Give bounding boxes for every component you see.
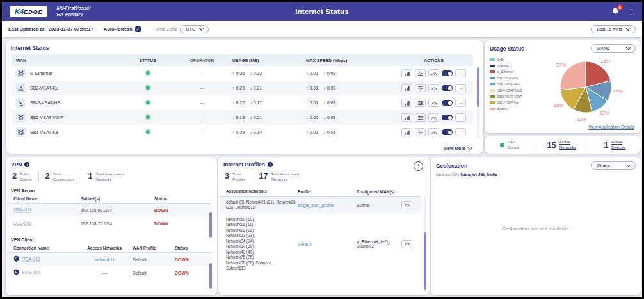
vpn-server-scrollbar[interactable] xyxy=(209,212,212,238)
kebab-menu-icon[interactable] xyxy=(627,8,634,15)
speed-test-button[interactable] xyxy=(428,84,439,92)
max-speed-cell: ↑0.01↓0.03 xyxy=(306,71,394,76)
client-name-link[interactable]: ITEA-016 xyxy=(13,207,32,213)
geolocation-panel: Geolocation Others Nearest City Nāngloi … xyxy=(431,157,641,295)
wan-details-arrow-button[interactable]: → xyxy=(455,69,466,77)
wan-icon-label: USB xyxy=(19,118,23,121)
legend-item[interactable]: Subnet xyxy=(490,107,522,111)
legend-item[interactable]: SB1-VSAT-Ka xyxy=(490,101,522,104)
brand-logo[interactable]: K4 EDGE xyxy=(10,6,47,17)
notifications-bell-icon[interactable]: 5 xyxy=(611,7,620,16)
wan-details-arrow-button[interactable]: → xyxy=(455,84,466,92)
usage-graph-button[interactable] xyxy=(401,113,412,122)
operator-cell: --- xyxy=(172,71,232,76)
active-devices-link[interactable]: Active Devices xyxy=(611,140,625,150)
profile-link[interactable]: single_wan_profile xyxy=(298,203,334,207)
chevron-down-icon xyxy=(468,145,472,150)
table-row: VSATSB1-VSAT-Ka---↑0.39↓0.14↑0.01↓0.01→ xyxy=(11,125,473,140)
profile-link[interactable]: Default xyxy=(298,242,312,246)
legend-item[interactable]: u_Ethernet xyxy=(490,70,522,74)
dashboard-root: Internet Status K4 EDGE MY-FirstVessel H… xyxy=(2,2,642,297)
legend-item[interactable]: SB2-VSAT-Ku xyxy=(490,76,522,80)
metric-value: 0.00 xyxy=(310,115,319,120)
stat-value: 2 xyxy=(12,172,17,182)
metric-value: 0.03 xyxy=(327,115,336,120)
arrow-down-icon: ↓ xyxy=(323,71,326,76)
configure-button[interactable] xyxy=(415,113,426,122)
wan-details-arrow-button[interactable]: → xyxy=(455,128,466,136)
speed-test-button[interactable] xyxy=(428,99,439,107)
status-cell: DOWN xyxy=(175,257,212,262)
usage-cell: ↑0.23↓0.21 xyxy=(232,86,306,90)
access-network-link[interactable]: Network11 xyxy=(94,257,115,262)
active-networks-link[interactable]: Active Networks xyxy=(559,140,576,150)
wan-icon-label: CELL xyxy=(18,89,24,92)
configure-button[interactable] xyxy=(415,99,426,107)
wan-name[interactable]: SB2-VSAT-Ku xyxy=(30,86,58,90)
arrow-up-icon: ↑ xyxy=(306,115,309,120)
nearest-city-value: Nāngloi Jāt, India xyxy=(460,172,497,177)
active-networks-count: 15 xyxy=(547,140,556,150)
client-name-link[interactable]: EOS-002 xyxy=(13,221,31,227)
auto-refresh-checkbox[interactable] xyxy=(135,26,141,32)
wan-enable-toggle[interactable] xyxy=(442,115,453,120)
metric-value: 0.03 xyxy=(327,71,336,76)
timezone-label: Time Zone xyxy=(155,26,178,32)
wan-details-arrow-button[interactable]: → xyxy=(455,99,466,107)
view-more-button[interactable]: View More xyxy=(444,146,472,150)
metric-value: 0.03 xyxy=(327,101,336,105)
pie-slice-label: 27% xyxy=(556,62,566,68)
wan-enable-toggle[interactable] xyxy=(442,85,453,91)
usage-graph-button[interactable] xyxy=(401,99,412,107)
pie-slice-label: 12% xyxy=(577,117,586,122)
legend-item[interactable]: SB5-VSAT-VOIP xyxy=(490,95,522,99)
info-icon[interactable] xyxy=(24,162,29,167)
expand-profiles-button[interactable]: › xyxy=(414,161,423,171)
metric-value: 0.18 xyxy=(236,115,245,120)
profile-speed-test-button[interactable] xyxy=(401,240,412,248)
view-application-details-link[interactable]: View Application Details xyxy=(588,125,634,129)
legend-item[interactable]: SB-4-VSAT-ULD xyxy=(490,88,522,92)
configure-button[interactable] xyxy=(415,128,426,136)
vpn-client-scrollbar[interactable] xyxy=(209,263,212,289)
geolocation-scope-select[interactable]: Others xyxy=(591,161,636,170)
table-scrollbar-thumb[interactable] xyxy=(477,67,479,107)
legend-item[interactable]: lte5g xyxy=(490,58,522,61)
profile-speed-test-button[interactable] xyxy=(401,201,412,209)
speed-test-button[interactable] xyxy=(428,128,439,136)
starlink-wan-icon: USB xyxy=(16,113,26,122)
wan-name[interactable]: u_Ethernet xyxy=(30,71,52,76)
legend-item[interactable]: Starlink 2 xyxy=(490,64,522,68)
usage-graph-button[interactable] xyxy=(401,69,412,77)
wan-name[interactable]: SB1-VSAT-Ka xyxy=(30,130,58,134)
column-header-status: Status xyxy=(175,246,212,250)
subheader-bar: Last Updated at: 2023-11-07 07:59:17 Aut… xyxy=(2,21,642,37)
pie-slice-label: 13% xyxy=(613,89,623,95)
timezone-select[interactable]: UTC xyxy=(180,25,208,33)
stat-group: 17Total Associated Networks xyxy=(252,172,305,182)
configure-button[interactable] xyxy=(415,69,426,77)
usage-graph-button[interactable] xyxy=(401,128,412,136)
speed-test-button[interactable] xyxy=(428,69,439,77)
connection-name-link[interactable]: EOS-002 xyxy=(22,270,40,276)
time-range-select[interactable]: Last 15 mins xyxy=(591,25,636,33)
wan-name[interactable]: SB-3-VSAT-HS xyxy=(30,101,60,105)
brand-logo-secondary: EDGE xyxy=(24,8,42,15)
actions-cell: → xyxy=(394,99,473,107)
wan-enable-toggle[interactable] xyxy=(442,129,453,135)
legend-item[interactable]: SB-3-VSAT-HS xyxy=(490,82,522,86)
brand-logo-primary: K4 xyxy=(15,8,24,15)
wan-name[interactable]: SB5-VSAT-VOIP xyxy=(30,115,63,120)
stat-value: 1 xyxy=(88,172,92,182)
usage-graph-button[interactable] xyxy=(401,84,412,92)
wan-details-arrow-button[interactable]: → xyxy=(455,113,466,122)
wan-enable-toggle[interactable] xyxy=(442,70,453,76)
profiles-scrollbar-thumb[interactable] xyxy=(424,232,426,290)
stat-value: 17 xyxy=(259,172,268,182)
info-icon[interactable] xyxy=(268,162,273,167)
configure-button[interactable] xyxy=(415,84,426,92)
connection-name-link[interactable]: ITEA-016 xyxy=(22,257,40,263)
wan-enable-toggle[interactable] xyxy=(442,100,453,106)
speed-test-button[interactable] xyxy=(428,113,439,122)
vpn-client-body: ITEA-016Network11DefaultDOWNEOS-002----D… xyxy=(6,253,217,280)
